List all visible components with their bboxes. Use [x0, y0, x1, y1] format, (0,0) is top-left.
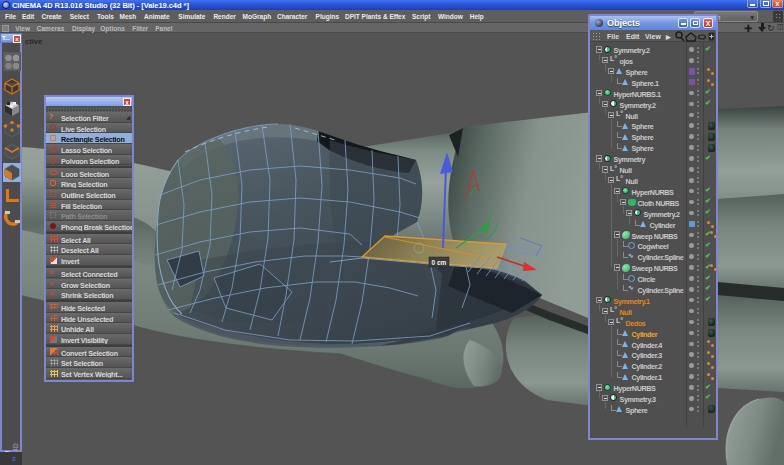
svg-text:0 cm: 0 cm: [432, 259, 447, 266]
